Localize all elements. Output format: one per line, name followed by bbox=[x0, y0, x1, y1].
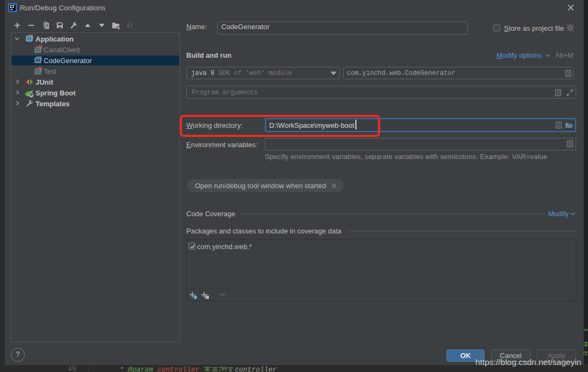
svg-text:z: z bbox=[131, 25, 133, 29]
svg-text:a: a bbox=[131, 22, 133, 25]
